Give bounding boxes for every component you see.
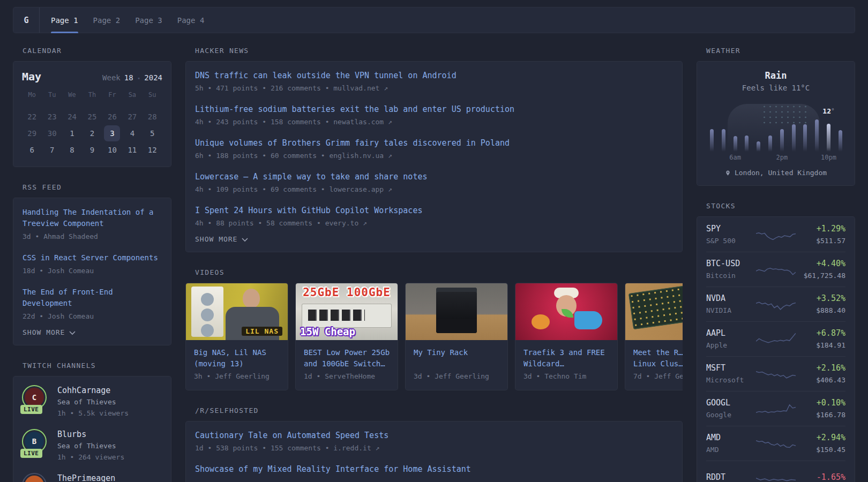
stock-price: $150.45 <box>800 445 845 455</box>
rss-card: Handling The Indentation of a Treeview C… <box>13 198 171 345</box>
stock-row[interactable]: AAPLApple+6.87%$184.91 <box>706 321 845 356</box>
stock-price: $184.91 <box>800 341 845 350</box>
calendar-day: 2 <box>82 125 102 141</box>
thumbnail-caption: LIL NAS <box>242 327 282 336</box>
stock-values: +1.29%$511.57 <box>800 223 845 246</box>
top-nav: G Page 1Page 2Page 3Page 4 <box>13 7 855 33</box>
rss-item-link[interactable]: CSS in React Server Components <box>23 252 162 263</box>
stock-row[interactable]: AMDAMD+2.94%$150.45 <box>706 426 845 461</box>
twitch-channel-info: ThePrimeagen <box>57 473 115 482</box>
hackernews-item-link[interactable]: Unique volumes of Brothers Grimm fairy t… <box>195 138 673 148</box>
weather-bar <box>722 129 725 152</box>
stock-change: +3.52% <box>800 293 845 304</box>
calendar-day: 23 <box>42 109 62 125</box>
selfhosted-item-link[interactable]: Showcase of my Mixed Reality Interface f… <box>195 464 673 475</box>
twitch-channel-name[interactable]: Blurbs <box>57 429 124 440</box>
stock-values: +0.10%$166.78 <box>800 397 845 420</box>
app-logo[interactable]: G <box>13 7 39 33</box>
video-thumbnail[interactable]: 25GbE 100GbE15W Cheap <box>296 283 398 340</box>
stock-name: AMD <box>706 445 752 455</box>
rss-item-link[interactable]: The End of Front-End Development <box>23 287 162 309</box>
feed-item: Showcase of my Mixed Reality Interface f… <box>195 464 673 475</box>
feed-item: Lowercase – A simple way to take and sha… <box>195 171 673 194</box>
feed-item-meta: 1d • 538 points • 155 comments • i.redd.… <box>195 444 673 453</box>
hackernews-label: HACKER NEWS <box>195 47 683 55</box>
stock-price: $61,725.48 <box>800 271 845 281</box>
stock-info: AMDAMD <box>706 432 752 455</box>
stock-row[interactable]: NVDANVIDIA+3.52%$888.40 <box>706 287 845 321</box>
calendar-day: 25 <box>82 109 102 125</box>
weather-bar-current <box>827 124 830 152</box>
calendar-day: 5 <box>143 125 162 141</box>
video-meta: 3h • Jeff Geerling <box>194 372 280 380</box>
tab-page-3[interactable]: Page 3 <box>135 7 162 33</box>
twitch-card: CLIVECohhCarnageSea of Thieves1h • 5.5k … <box>13 376 171 482</box>
hackernews-item-link[interactable]: I Spent 24 Hours with GitHub Copilot Wor… <box>195 205 673 216</box>
stock-row[interactable]: SPYS&P 500+1.29%$511.57 <box>706 217 845 252</box>
video-title-link[interactable]: Wildcard… <box>523 358 609 370</box>
tab-page-2[interactable]: Page 2 <box>93 7 121 33</box>
video-title-link[interactable]: Traefik 3 and FREE <box>523 347 609 358</box>
rss-show-more-button[interactable]: SHOW MORE <box>23 328 162 336</box>
stock-row[interactable]: MSFTMicrosoft+2.16%$406.43 <box>706 356 845 391</box>
video-thumbnail[interactable] <box>515 283 617 340</box>
tab-page-1[interactable]: Page 1 <box>51 7 78 33</box>
video-title-link[interactable]: My Tiny Rack <box>414 347 499 358</box>
video-title-link[interactable]: Meet the R… <box>633 347 683 358</box>
tab-page-4[interactable]: Page 4 <box>177 7 205 33</box>
stock-row[interactable]: GOOGLGoogle+0.10%$166.78 <box>706 391 845 426</box>
twitch-avatar[interactable]: BLIVE <box>22 429 47 454</box>
twitch-avatar[interactable]: P <box>22 473 47 482</box>
hackernews-item-link[interactable]: Lowercase – A simple way to take and sha… <box>195 171 673 182</box>
twitch-channel-viewers: 1h • 5.5k viewers <box>57 409 129 418</box>
show-more-text: SHOW MORE <box>195 235 237 243</box>
left-column: CALENDAR May Week 18 • 2024 MoTuWeThFrSa… <box>13 47 171 482</box>
stock-info: RDDT <box>706 472 752 482</box>
calendar-week-info: Week 18 • 2024 <box>102 73 162 82</box>
video-card-body: Big NAS, Lil NAS(moving 13)3h • Jeff Gee… <box>186 340 288 390</box>
hackernews-list: DNS traffic can leak outside the VPN tun… <box>195 70 673 228</box>
glance-dashboard: G Page 1Page 2Page 3Page 4 CALENDAR May … <box>0 7 868 482</box>
twitch-avatar[interactable]: CLIVE <box>22 385 47 410</box>
selfhosted-item-link[interactable]: Cautionary Tale on Automated Speed Tests <box>195 430 673 441</box>
weather-time-ticks: 6am2pm10pm <box>706 154 846 162</box>
weather-bar <box>768 135 772 152</box>
video-thumbnail[interactable]: LIL NAS <box>186 283 288 340</box>
video-title-link[interactable]: BEST Low Power 25GbE <box>304 347 390 358</box>
twitch-channel-name[interactable]: ThePrimeagen <box>57 473 115 482</box>
stock-sparkline <box>756 401 796 417</box>
twitch-channel-name[interactable]: CohhCarnage <box>57 385 129 396</box>
stock-row[interactable]: BTC-USDBitcoin+4.40%$61,725.48 <box>706 252 845 287</box>
calendar-day: 29 <box>22 125 42 141</box>
stock-symbol: BTC-USD <box>706 258 752 269</box>
video-card-body: My Tiny Rack3d • Jeff Geerling <box>406 340 507 390</box>
stock-sparkline <box>756 470 796 482</box>
video-title-link[interactable]: Big NAS, Lil NAS <box>194 347 280 358</box>
show-more-text: SHOW MORE <box>23 328 65 336</box>
stock-row[interactable]: RDDT-1.65% <box>706 461 845 482</box>
video-title-link[interactable]: and 100GbE Switch… <box>304 358 390 370</box>
video-title-link[interactable]: Linux Clus… <box>633 358 683 370</box>
rss-item-link[interactable]: Handling The Indentation of a Treeview C… <box>23 207 162 229</box>
stock-symbol: MSFT <box>706 363 752 373</box>
hackernews-item-link[interactable]: Lithium-free sodium batteries exit the l… <box>195 104 673 115</box>
weather-bar <box>792 124 796 152</box>
weather-widget: WEATHER Rain Feels like 11°C 12° 6am2pm1… <box>697 47 855 186</box>
video-thumbnail[interactable]: FAS <box>625 283 683 340</box>
hackernews-item-link[interactable]: DNS traffic can leak outside the VPN tun… <box>195 70 673 81</box>
feed-item-meta: 22d • Josh Comeau <box>23 312 162 321</box>
calendar-weekday-row: MoTuWeThFrSaSu <box>22 91 162 102</box>
calendar-day: 6 <box>22 142 42 158</box>
feed-item: I Spent 24 Hours with GitHub Copilot Wor… <box>195 205 673 228</box>
stock-values: +6.87%$184.91 <box>800 328 845 350</box>
video-title-link[interactable]: (moving 13) <box>194 358 280 370</box>
weekday-label: We <box>62 91 82 99</box>
stock-name: NVIDIA <box>706 306 752 315</box>
stocks-list: SPYS&P 500+1.29%$511.57BTC-USDBitcoin+4.… <box>706 217 845 482</box>
video-thumbnail[interactable] <box>406 283 507 340</box>
hackernews-show-more-button[interactable]: SHOW MORE <box>195 235 673 243</box>
stock-change: +0.10% <box>800 397 845 408</box>
stock-sparkline <box>756 435 796 451</box>
time-tick-label: 10pm <box>821 154 836 161</box>
video-card: Traefik 3 and FREEWildcard…3d • Techno T… <box>515 283 618 390</box>
